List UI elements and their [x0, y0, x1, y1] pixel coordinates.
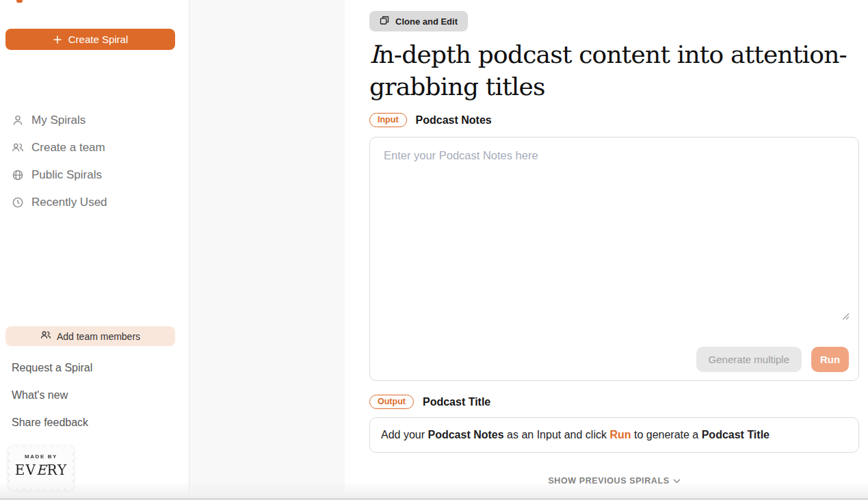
- sidebar: Create Spiral My Spirals Create a team P…: [0, 0, 189, 500]
- clone-and-edit-label: Clone and Edit: [395, 16, 458, 27]
- podcast-notes-textarea[interactable]: [371, 139, 843, 337]
- chevron-down-icon: [673, 476, 681, 486]
- show-previous-label: SHOW PREVIOUS SPIRALS: [548, 476, 669, 486]
- sidebar-item-label: Create a team: [31, 141, 105, 155]
- whats-new-link[interactable]: What's new: [0, 382, 189, 409]
- output-label: Podcast Title: [423, 396, 490, 408]
- main-content: Clone and Edit In-depth podcast content …: [345, 0, 868, 500]
- sidebar-item-my-spirals[interactable]: My Spirals: [0, 107, 189, 134]
- sidebar-item-label: My Spirals: [31, 114, 86, 127]
- plus-icon: [53, 35, 62, 44]
- sidebar-item-public-spirals[interactable]: Public Spirals: [0, 161, 189, 189]
- input-label: Podcast Notes: [416, 114, 492, 127]
- title-line2: grabbing titles: [369, 73, 545, 101]
- output-placeholder-message: Add your Podcast Notes as an Input and c…: [381, 429, 770, 441]
- stamp-made-by-text: MADE BY: [7, 453, 75, 460]
- sidebar-nav: My Spirals Create a team Public Spirals …: [0, 107, 189, 216]
- stamp-brand-text: EVERY: [7, 462, 75, 478]
- show-previous-spirals-button[interactable]: SHOW PREVIOUS SPIRALS: [369, 472, 859, 490]
- sidebar-item-create-team[interactable]: Create a team: [0, 134, 189, 161]
- generate-multiple-button[interactable]: Generate multiple: [696, 347, 802, 372]
- sidebar-item-label: Public Spirals: [31, 168, 102, 182]
- sidebar-item-recently-used[interactable]: Recently Used: [0, 189, 189, 216]
- users-icon: [40, 330, 51, 343]
- footer-link-label: Share feedback: [12, 417, 88, 429]
- output-header-row: Output Podcast Title: [369, 395, 490, 409]
- users-icon: [12, 142, 24, 154]
- add-team-members-label: Add team members: [57, 331, 140, 342]
- create-spiral-button[interactable]: Create Spiral: [5, 29, 175, 50]
- spiral-logo-fragment: [16, 0, 23, 3]
- globe-icon: [12, 169, 24, 181]
- secondary-panel: [189, 0, 345, 494]
- made-by-every-badge[interactable]: MADE BY EVERY: [7, 441, 75, 494]
- input-badge: Input: [369, 113, 407, 127]
- add-team-members-button[interactable]: Add team members: [5, 326, 175, 346]
- sidebar-item-label: Recently Used: [31, 196, 107, 209]
- output-badge: Output: [369, 395, 414, 409]
- podcast-title-output-box: Add your Podcast Notes as an Input and c…: [369, 417, 859, 453]
- title-line1: n-depth podcast content into attention-: [378, 40, 846, 68]
- clone-icon: [380, 16, 389, 27]
- page-title: In-depth podcast content into attention-…: [369, 38, 862, 103]
- user-icon: [12, 114, 24, 127]
- input-header-row: Input Podcast Notes: [369, 113, 492, 127]
- footer-link-label: What's new: [12, 389, 68, 402]
- clone-and-edit-button[interactable]: Clone and Edit: [369, 11, 468, 31]
- sidebar-footer-links: Request a Spiral What's new Share feedba…: [0, 354, 189, 436]
- clock-icon: [12, 196, 24, 209]
- share-feedback-link[interactable]: Share feedback: [0, 409, 189, 436]
- footer-link-label: Request a Spiral: [12, 362, 92, 374]
- request-a-spiral-link[interactable]: Request a Spiral: [0, 354, 189, 382]
- input-actions: Generate multiple Run: [696, 347, 849, 372]
- title-lead-letter: I: [369, 40, 378, 68]
- podcast-notes-input-container: Generate multiple Run: [369, 137, 859, 381]
- create-spiral-label: Create Spiral: [68, 34, 129, 45]
- resize-handle[interactable]: [842, 311, 850, 323]
- run-button[interactable]: Run: [811, 347, 849, 372]
